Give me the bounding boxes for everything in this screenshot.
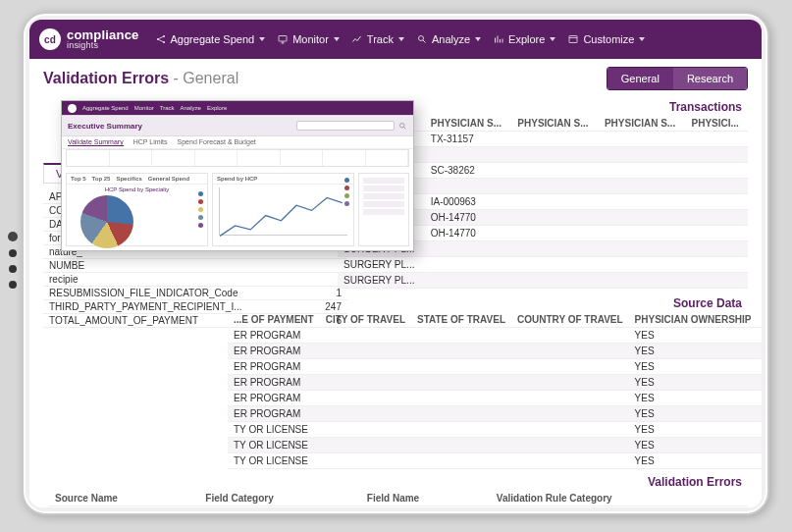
col-header[interactable]: Source Name [49, 491, 199, 506]
cell: YES [629, 406, 758, 422]
screen: cd compliance insights Aggregate Spend M… [29, 20, 762, 507]
popup-line-panel: Spend by HCP [212, 173, 354, 246]
summary-row[interactable]: recipie [43, 273, 347, 287]
dashboard-popup[interactable]: Aggregate Spend Monitor Track Analyze Ex… [61, 100, 414, 251]
pie-chart[interactable] [80, 195, 133, 248]
table-row[interactable]: ER PROGRAMYESNO [228, 328, 762, 344]
svg-rect-3 [279, 36, 287, 42]
col-header[interactable]: PHYSICIAN OWNERSHIP [629, 312, 758, 328]
source-data-table[interactable]: ...E OF PAYMENTCITY OF TRAVELSTATE OF TR… [228, 312, 762, 469]
table-row[interactable]: TY OR LICENSEYESNO [228, 453, 762, 469]
cell: IA-000963 [425, 194, 512, 210]
cell: NO [758, 359, 763, 375]
panel-tab[interactable]: Top 5 [71, 176, 86, 182]
popup-tab[interactable]: HCP Limits [133, 138, 168, 146]
popup-panel1-tabs: Top 5 Top 25 Specifics General Spend [67, 174, 207, 185]
field-label: TOTAL_AMOUNT_OF_PAYMENT [43, 314, 308, 328]
field-name-cell [361, 506, 491, 508]
mini-nav-item[interactable]: Monitor [134, 105, 154, 111]
monitor-icon [277, 33, 289, 45]
page-tab-segment: General Research [607, 67, 748, 90]
summary-row[interactable]: RESUBMISSION_FILE_INDICATOR_Code1 [43, 287, 347, 300]
popup-topbar: Aggregate Spend Monitor Track Analyze Ex… [62, 101, 413, 115]
table-row[interactable]: ER PROGRAMYESNO [228, 406, 762, 422]
col-header[interactable]: COUNTRY OF TRAVEL [511, 312, 629, 328]
popup-summary-row [66, 149, 409, 167]
tab-general[interactable]: General [607, 68, 673, 89]
col-header[interactable]: Validation Rule Category [491, 491, 748, 506]
rule-cat-cell [491, 506, 748, 508]
cell: NO [758, 328, 763, 344]
table-row[interactable]: ER PROGRAMYESNO [228, 359, 762, 375]
chart-icon [493, 33, 504, 45]
panel-tab[interactable]: General Spend [148, 176, 189, 182]
nav-label: Aggregate Spend [171, 33, 255, 45]
cell: YES [629, 422, 758, 438]
nav-track[interactable]: Track [351, 33, 404, 45]
field-value: 1 [308, 287, 347, 300]
table-row[interactable]: SURGERY PL... [338, 257, 748, 273]
col-header[interactable]: PHYSICIAN S... [599, 116, 686, 132]
content-area: Valid APPLICCONSCDATE_Cform_onature_NUMB… [29, 96, 762, 507]
brand-logo[interactable]: cd compliance insights [39, 28, 139, 50]
nav-aggregate-spend[interactable]: Aggregate Spend [155, 33, 266, 45]
nav-explore[interactable]: Explore [493, 33, 555, 45]
col-header[interactable]: PHYSICIAN S... [425, 116, 512, 132]
table-row[interactable]: ER PROGRAMYESNO [228, 375, 762, 391]
summary-row[interactable]: TOTAL_AMOUNT_OF_PAYMENT6 [43, 314, 347, 328]
col-header[interactable]: STATE OF TRAVEL [411, 312, 511, 328]
field-label: NUMBE [43, 259, 308, 273]
panel-tab[interactable]: Top 25 [92, 176, 111, 182]
tab-research[interactable]: Research [673, 68, 747, 89]
summary-row[interactable]: NUMBE [43, 259, 347, 273]
mini-nav-item[interactable]: Explore [207, 105, 227, 111]
col-header[interactable]: PHYSICIAN S... [511, 116, 599, 132]
panel2-title: Spend by HCP [217, 176, 257, 182]
col-header[interactable]: Field Category [199, 491, 361, 506]
popup-tab[interactable]: Validate Summary [68, 138, 124, 146]
svg-point-4 [418, 36, 423, 41]
cell: YES [629, 391, 758, 406]
cell: ER PROGRAM [228, 375, 320, 391]
cell: YES [629, 438, 758, 453]
nav-monitor[interactable]: Monitor [277, 33, 340, 45]
popup-search-input[interactable] [296, 121, 395, 131]
mini-nav-item[interactable]: Analyze [181, 105, 201, 111]
table-row[interactable]: ER PROGRAMYESNO [228, 391, 762, 406]
field-value: 247 [308, 300, 347, 314]
col-header[interactable]: Field Name [361, 491, 491, 506]
cell: YES [629, 453, 758, 469]
cell: ER PROGRAM [228, 391, 320, 406]
cell: NO [758, 438, 763, 453]
chevron-down-icon [550, 37, 555, 41]
title-main: Validation Errors [43, 70, 169, 86]
validation-errors-table[interactable]: Source NameField CategoryField NameValid… [49, 491, 748, 507]
cell: NO [758, 453, 763, 469]
summary-row[interactable]: THIRD_PARTY_PAYMENT_RECIPIENT_I...247 [43, 300, 347, 314]
table-row[interactable]: 0 [49, 506, 748, 508]
col-header[interactable]: PHYSICI... [686, 116, 748, 132]
svg-rect-5 [569, 36, 577, 43]
cell: ER PROGRAM [228, 328, 320, 344]
line-chart[interactable] [219, 187, 347, 236]
top-nav-bar: cd compliance insights Aggregate Spend M… [29, 20, 762, 59]
table-row[interactable]: TY OR LICENSEYESNO [228, 422, 762, 438]
pie-legend [198, 191, 203, 228]
popup-band-label: Executive Summary [68, 122, 142, 131]
table-row[interactable]: SURGERY PL... [338, 273, 748, 289]
svg-point-6 [400, 123, 405, 128]
table-row[interactable]: ER PROGRAMYESNO [228, 344, 762, 359]
cell: TY OR LICENSE [228, 438, 320, 453]
panel-tab[interactable]: Specifics [116, 176, 141, 182]
brand-mark-icon [68, 104, 77, 113]
nav-customize[interactable]: Customize [567, 33, 645, 45]
table-row[interactable]: TY OR LICENSEYESNO [228, 438, 762, 453]
magnifier-icon[interactable] [398, 122, 407, 131]
mini-nav-item[interactable]: Track [160, 105, 175, 111]
nav-analyze[interactable]: Analyze [416, 33, 481, 45]
col-header[interactable]: THIRD [758, 312, 763, 328]
mini-nav-item[interactable]: Aggregate Spend [82, 105, 129, 111]
cell: OH-14770 [425, 210, 512, 226]
popup-search-band: Executive Summary [62, 115, 413, 136]
popup-tab[interactable]: Spend Forecast & Budget [178, 138, 256, 146]
